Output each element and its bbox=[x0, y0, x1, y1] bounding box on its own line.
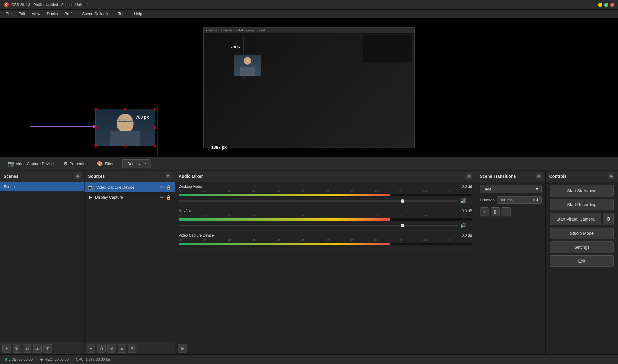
transitions-panel: Scene Transitions ⚙ Fade ▼ Duration 300 … bbox=[476, 171, 546, 354]
filters-button[interactable]: 🎨 Filters bbox=[94, 159, 118, 168]
audio-desktop-volume-slider[interactable] bbox=[179, 200, 458, 202]
scenes-list: Scene bbox=[0, 182, 84, 191]
source-settings-button[interactable]: ⚙ bbox=[107, 344, 116, 353]
source-add-button[interactable]: + bbox=[87, 344, 95, 353]
audio-mixer-panel: Audio Mixer ⚙ Desktop Audio 0.0 dB -60-5… bbox=[175, 171, 476, 354]
audio-desktop-name: Desktop Audio bbox=[179, 184, 202, 189]
source-display-capture-label: Display Capture bbox=[95, 195, 123, 200]
window-title: OBS 29.1.3 - Profile: Untitled - Scenes:… bbox=[11, 3, 598, 7]
source-lock-icon[interactable]: 🔒 bbox=[166, 185, 171, 190]
exit-button[interactable]: Exit bbox=[550, 255, 614, 267]
controls-panel: Controls ⚙ Start Streaming Start Recordi… bbox=[546, 171, 618, 354]
source-camera-icon-item: 📷 Video Capture Device bbox=[5, 159, 57, 168]
controls-header-icons: ⚙ bbox=[608, 173, 614, 179]
source-display-lock-icon[interactable]: 🔒 bbox=[166, 195, 171, 200]
source-up-button[interactable]: ▲ bbox=[118, 344, 126, 353]
menu-view[interactable]: View bbox=[29, 11, 43, 17]
sources-header: Sources ⚙ bbox=[84, 171, 175, 182]
audio-mic-db: 0.0 dB bbox=[462, 209, 472, 213]
deactivate-button[interactable]: Deactivate bbox=[122, 159, 151, 168]
properties-icon: ⚙ bbox=[63, 161, 68, 167]
menu-profile[interactable]: Profile bbox=[61, 11, 78, 17]
audio-desktop-db: 0.0 dB bbox=[462, 184, 472, 189]
audio-desktop-mute-button[interactable]: 🔊 bbox=[460, 198, 466, 204]
transitions-header: Scene Transitions ⚙ bbox=[476, 171, 545, 182]
scenes-header-icons: ⚙ bbox=[75, 173, 81, 179]
close-button[interactable]: ✕ bbox=[610, 3, 614, 7]
start-streaming-button[interactable]: Start Streaming bbox=[550, 185, 614, 196]
live-label: LIVE: bbox=[8, 357, 17, 362]
audio-mic-controls: 🔊 ⋮ bbox=[179, 222, 472, 228]
audio-desktop-menu-button[interactable]: ⋮ bbox=[468, 199, 472, 203]
live-time: 00:00:00 bbox=[18, 357, 33, 362]
menu-edit[interactable]: Edit bbox=[15, 11, 28, 17]
transitions-config-icon[interactable]: ⚙ bbox=[536, 173, 542, 179]
audio-desktop-volume-thumb bbox=[401, 199, 404, 203]
minimize-button[interactable]: ─ bbox=[598, 3, 602, 7]
source-display-visible-icon[interactable]: 👁 bbox=[160, 195, 164, 200]
transitions-type-select[interactable]: Fade ▼ bbox=[480, 185, 542, 193]
rec-status: ⏺ REC: 00:00:00 bbox=[40, 357, 68, 362]
menu-docks[interactable]: Docks bbox=[44, 11, 61, 17]
source-video-controls: 👁 🔒 bbox=[160, 185, 171, 190]
audio-mic-name: Mic/Aux bbox=[179, 209, 192, 213]
menu-help[interactable]: Help bbox=[131, 11, 145, 17]
audio-mic-menu-button[interactable]: ⋮ bbox=[468, 223, 472, 228]
app-icon: O bbox=[4, 2, 9, 8]
properties-label: Properties bbox=[69, 161, 87, 166]
transition-menu-button[interactable]: ⋮ bbox=[502, 207, 511, 216]
audio-mic-meter-bar bbox=[179, 218, 390, 221]
scene-duplicate-button[interactable]: ⧉ bbox=[23, 344, 31, 353]
audio-desktop-controls: 🔊 ⋮ bbox=[179, 198, 472, 204]
duration-input[interactable]: 300 ms ⬆⬇ bbox=[497, 196, 542, 204]
source-item-display-capture[interactable]: 🖥 Display Capture 👁 🔒 bbox=[84, 192, 175, 202]
transition-add-button[interactable]: + bbox=[480, 207, 489, 216]
audio-channel-mic: Mic/Aux 0.0 dB -60-55-50-45-40-35-30-25-… bbox=[175, 206, 476, 231]
scene-item-scene[interactable]: Scene bbox=[0, 182, 84, 191]
scene-down-button[interactable]: ▼ bbox=[43, 344, 52, 353]
audio-mixer-config-icon[interactable]: ⚙ bbox=[466, 173, 472, 179]
cpu-status: CPU: 1.3%, 30.00 fps bbox=[76, 357, 110, 362]
source-down-button[interactable]: ▼ bbox=[128, 344, 136, 353]
audio-channel-video-capture: Video Capture Device 0.0 dB -60-55-50-45… bbox=[175, 231, 476, 250]
source-display-controls: 👁 🔒 bbox=[160, 195, 171, 200]
settings-button[interactable]: Settings bbox=[550, 241, 614, 253]
scene-delete-button[interactable]: 🗑 bbox=[13, 344, 21, 353]
scene-up-button[interactable]: ▲ bbox=[33, 344, 42, 353]
nested-titlebar: ● OBS 29.1.3 - Profile: Untitled - Scene… bbox=[204, 27, 414, 34]
menu-scene-collection[interactable]: Scene Collection bbox=[79, 11, 115, 17]
scene-add-button[interactable]: + bbox=[2, 344, 11, 353]
source-delete-button[interactable]: 🗑 bbox=[97, 344, 106, 353]
audio-mixer-title: Audio Mixer bbox=[179, 174, 203, 179]
chevron-down-icon: ▼ bbox=[535, 187, 539, 191]
transition-delete-button[interactable]: 🗑 bbox=[491, 207, 500, 216]
start-recording-button[interactable]: Start Recording bbox=[550, 199, 614, 210]
start-virtual-camera-button[interactable]: Start Virtual Camera bbox=[550, 213, 601, 225]
source-visible-icon[interactable]: 👁 bbox=[160, 185, 164, 190]
transitions-header-icons: ⚙ bbox=[536, 173, 542, 179]
duration-label: Duration bbox=[480, 198, 495, 202]
nested-preview: 780 px bbox=[204, 34, 414, 148]
audio-settings-button[interactable]: ⚙ bbox=[178, 344, 186, 353]
camera-icon: 📷 bbox=[8, 161, 14, 167]
transitions-duration-row: Duration 300 ms ⬆⬇ bbox=[480, 196, 542, 204]
controls-config-icon[interactable]: ⚙ bbox=[608, 173, 614, 179]
properties-button[interactable]: ⚙ Properties bbox=[60, 159, 90, 168]
maximize-button[interactable]: □ bbox=[604, 3, 608, 7]
live-status: LIVE: 00:00:00 bbox=[5, 357, 33, 362]
audio-vc-meter-bar bbox=[179, 243, 390, 245]
controls-title: Controls bbox=[549, 174, 567, 179]
menu-file[interactable]: File bbox=[2, 11, 15, 17]
audio-mic-volume-slider[interactable] bbox=[179, 225, 458, 226]
audio-mic-mute-button[interactable]: 🔊 bbox=[460, 222, 466, 228]
menu-tools[interactable]: Tools bbox=[115, 11, 130, 17]
source-item-video-capture[interactable]: 📷 Video Capture Device 👁 🔒 bbox=[84, 182, 175, 192]
audio-channel-desktop: Desktop Audio 0.0 dB -60-55-50-45-40-35-… bbox=[175, 182, 476, 206]
sources-config-icon[interactable]: ⚙ bbox=[165, 173, 171, 179]
transitions-content: Fade ▼ Duration 300 ms ⬆⬇ + 🗑 ⋮ bbox=[476, 182, 545, 354]
studio-mode-button[interactable]: Studio Mode bbox=[550, 228, 614, 239]
scenes-config-icon[interactable]: ⚙ bbox=[75, 173, 81, 179]
sources-header-icons: ⚙ bbox=[165, 173, 171, 179]
virtual-camera-settings-icon[interactable]: ⚙ bbox=[603, 213, 614, 225]
audio-menu-button[interactable]: ⋮ bbox=[189, 346, 193, 351]
